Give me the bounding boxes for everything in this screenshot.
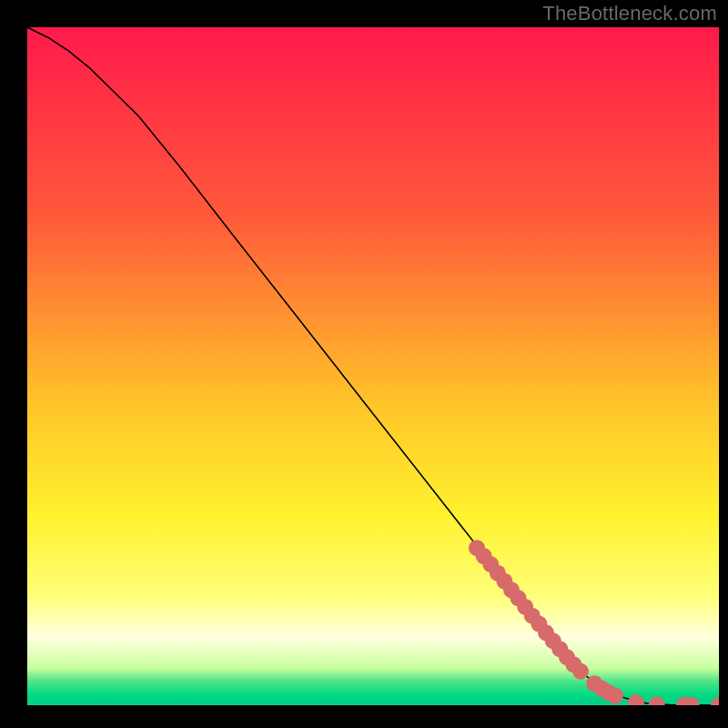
watermark-label: TheBottleneck.com: [542, 2, 717, 25]
chart-svg: [27, 27, 719, 705]
gradient-background: [27, 27, 719, 705]
data-point: [607, 688, 623, 704]
plot-area: [27, 27, 719, 705]
data-point: [572, 663, 589, 680]
chart-stage: TheBottleneck.com: [0, 0, 728, 728]
